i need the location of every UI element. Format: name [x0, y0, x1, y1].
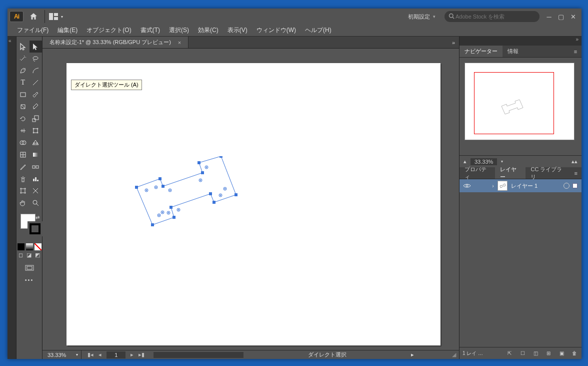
scale-tool[interactable]	[30, 113, 42, 125]
nav-first-icon[interactable]: ▮◂	[88, 351, 94, 358]
locate-object-icon[interactable]: ⇱	[506, 350, 514, 356]
navigator-thumbnail[interactable]	[464, 63, 574, 140]
navigator-zoom-value[interactable]: 33.33%	[470, 158, 497, 165]
expand-left-icon[interactable]: «	[8, 38, 12, 44]
collapse-panels-icon[interactable]: »	[460, 37, 582, 46]
perspective-grid-tool[interactable]	[30, 137, 42, 149]
hand-tool[interactable]	[16, 197, 30, 209]
swap-fill-stroke-icon[interactable]: ⇄	[36, 215, 40, 220]
draw-inside-icon[interactable]: ◩	[35, 252, 40, 262]
menu-effect[interactable]: 効果(C)	[194, 25, 223, 37]
edit-toolbar-button[interactable]: •••	[16, 277, 42, 283]
horizontal-scrollbar[interactable]	[154, 352, 244, 358]
fill-stroke-swatches[interactable]: ⇄	[16, 214, 42, 240]
zoom-tool[interactable]	[30, 197, 42, 209]
layer-name[interactable]: レイヤー 1	[511, 182, 564, 190]
artboard[interactable]	[66, 63, 440, 345]
type-tool[interactable]: T	[16, 77, 30, 89]
stroke-swatch[interactable]	[28, 221, 42, 236]
draw-normal-icon[interactable]: ◻	[18, 252, 23, 262]
make-clipping-mask-icon[interactable]: ◫	[532, 350, 540, 356]
stock-search[interactable]	[444, 11, 540, 22]
direct-selection-tool[interactable]	[30, 41, 42, 53]
nav-next-icon[interactable]: ▸	[130, 351, 134, 358]
target-icon[interactable]	[564, 183, 570, 189]
visibility-toggle[interactable]	[460, 183, 474, 189]
tab-layers[interactable]: レイヤー	[495, 167, 526, 179]
selected-path[interactable]	[132, 156, 248, 232]
menu-edit[interactable]: 編集(E)	[53, 25, 82, 37]
panel-menu-icon[interactable]: ≡	[570, 167, 582, 179]
menu-type[interactable]: 書式(T)	[136, 25, 164, 37]
navigator-body[interactable]	[460, 58, 582, 155]
menu-window[interactable]: ウィンドウ(W)	[252, 25, 300, 37]
document-tab[interactable]: 名称未設定-1* @ 33.33% (RGB/GPU プレビュー) ×	[42, 37, 188, 48]
nav-last-icon[interactable]: ▸▮	[138, 351, 144, 358]
rectangle-tool[interactable]	[16, 89, 30, 101]
pen-tool[interactable]	[16, 65, 30, 77]
slice-tool[interactable]	[30, 185, 42, 197]
zoom-in-icon[interactable]: ▴▴	[572, 158, 578, 165]
menu-help[interactable]: ヘルプ(H)	[300, 25, 336, 37]
blend-tool[interactable]	[30, 161, 42, 173]
layer-row[interactable]: › レイヤー 1	[460, 179, 582, 192]
eraser-tool[interactable]	[30, 101, 42, 113]
gradient-tool[interactable]	[30, 149, 42, 161]
free-transform-tool[interactable]	[30, 125, 42, 137]
zoom-dropdown[interactable]: 33.33% ▾	[42, 350, 82, 359]
color-mode-none[interactable]	[34, 242, 42, 252]
tab-cc-libraries[interactable]: CC ライブラリ	[526, 167, 570, 179]
color-mode-solid[interactable]	[16, 242, 25, 252]
draw-behind-icon[interactable]: ◪	[26, 252, 32, 262]
curvature-tool[interactable]	[30, 65, 42, 77]
menu-view[interactable]: 表示(V)	[223, 25, 252, 37]
close-button[interactable]: ✕	[570, 13, 576, 20]
status-resize-grip[interactable]: ◢	[452, 351, 456, 358]
eyedropper-tool[interactable]	[16, 161, 30, 173]
collect-export-icon[interactable]: ☐	[518, 350, 526, 356]
lasso-tool[interactable]	[30, 53, 42, 65]
delete-layer-icon[interactable]: 🗑	[570, 350, 578, 356]
paintbrush-tool[interactable]	[30, 89, 42, 101]
selection-color-icon[interactable]	[572, 183, 578, 188]
menu-select[interactable]: 選択(S)	[164, 25, 194, 37]
minimize-button[interactable]: ─	[546, 13, 552, 20]
expand-layer-icon[interactable]: ›	[488, 183, 498, 189]
svg-rect-40	[172, 216, 176, 219]
left-panel-strip[interactable]: «	[8, 37, 16, 359]
maximize-button[interactable]: ▢	[558, 13, 564, 20]
status-play-icon[interactable]: ▸	[411, 351, 414, 358]
canvas[interactable]: ダイレクト選択ツール (A)	[42, 49, 459, 350]
tab-info[interactable]: 情報	[502, 46, 524, 57]
symbol-sprayer-tool[interactable]	[16, 173, 30, 185]
rotate-tool[interactable]	[16, 113, 30, 125]
shaper-tool[interactable]	[16, 101, 30, 113]
new-sublayer-icon[interactable]: ⊞	[544, 350, 552, 356]
line-segment-tool[interactable]	[30, 77, 42, 89]
width-tool[interactable]	[16, 125, 30, 137]
new-layer-icon[interactable]: ▣	[558, 350, 566, 356]
workspace-switcher[interactable]: 初期設定 ▾	[403, 11, 440, 22]
shape-builder-tool[interactable]	[16, 137, 30, 149]
selection-tool[interactable]	[16, 41, 30, 53]
arrange-documents-button[interactable]: ▾	[49, 13, 64, 20]
stock-search-input[interactable]	[456, 14, 536, 20]
tab-properties[interactable]: プロパティ	[460, 167, 495, 179]
panel-menu-icon[interactable]: ≡	[570, 46, 582, 57]
home-button[interactable]	[26, 11, 40, 22]
screen-mode-button[interactable]	[16, 265, 42, 272]
tabbar-menu-icon[interactable]: »	[448, 37, 459, 48]
nav-prev-icon[interactable]: ◂	[98, 351, 102, 358]
column-graph-tool[interactable]	[30, 173, 42, 185]
mesh-tool[interactable]	[16, 149, 30, 161]
chevron-down-icon[interactable]: ▾	[501, 159, 503, 164]
zoom-out-icon[interactable]: ▴	[464, 158, 466, 165]
color-mode-gradient[interactable]	[25, 242, 34, 252]
tab-navigator[interactable]: ナビゲーター	[460, 46, 502, 57]
magic-wand-tool[interactable]	[16, 53, 30, 65]
menu-object[interactable]: オブジェクト(O)	[82, 25, 136, 37]
artboard-tool[interactable]	[16, 185, 30, 197]
menu-file[interactable]: ファイル(F)	[12, 25, 53, 37]
artboard-number[interactable]: 1	[106, 351, 126, 358]
close-tab-icon[interactable]: ×	[176, 40, 183, 46]
